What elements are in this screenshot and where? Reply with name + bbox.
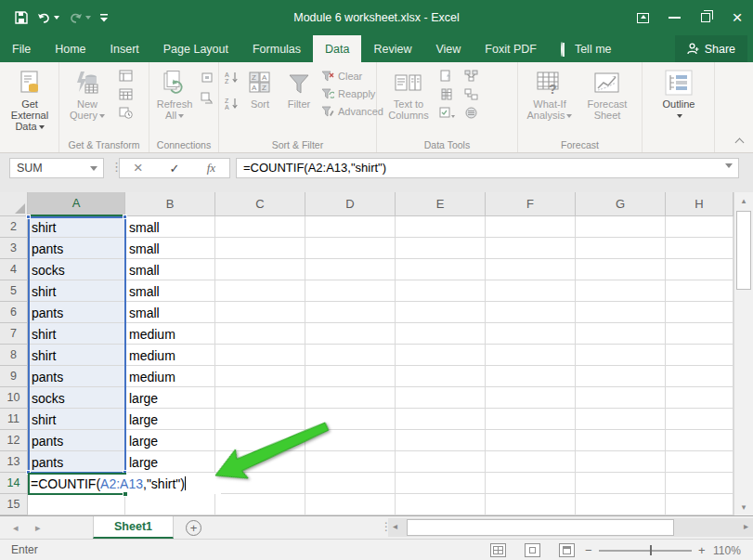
restore-icon[interactable] — [690, 0, 721, 35]
clear-button[interactable]: Clear — [321, 71, 362, 82]
cell-E10[interactable] — [396, 387, 486, 409]
tab-view[interactable]: View — [423, 35, 473, 62]
tab-formulas[interactable]: Formulas — [240, 35, 313, 62]
cell-H6[interactable] — [666, 302, 734, 323]
tab-foxit-pdf[interactable]: Foxit PDF — [473, 35, 549, 62]
close-icon[interactable]: × — [721, 0, 753, 35]
cell-E12[interactable] — [396, 430, 486, 451]
forecast-sheet-button[interactable]: Forecast Sheet — [581, 68, 633, 121]
cell-G2[interactable] — [576, 216, 666, 238]
cell-A9[interactable]: pants — [28, 366, 125, 387]
expand-formula-bar-icon[interactable] — [725, 163, 733, 168]
sheet-tab-sheet1[interactable]: Sheet1 — [93, 516, 174, 539]
row-header-2[interactable]: 2 — [0, 216, 28, 238]
name-box[interactable]: SUM — [9, 158, 104, 178]
row-header-3[interactable]: 3 — [0, 238, 28, 259]
cell-A2[interactable]: shirt — [28, 216, 125, 238]
filter-button[interactable]: Filter — [280, 68, 318, 110]
cell-C8[interactable] — [215, 345, 305, 366]
cell-D15[interactable] — [305, 494, 396, 515]
cell-E5[interactable] — [396, 280, 486, 302]
outline-button[interactable]: Outline — [656, 68, 702, 121]
cell-B11[interactable]: large — [125, 409, 215, 430]
new-query-button[interactable]: New Query — [65, 68, 110, 121]
new-sheet-button[interactable]: + — [186, 520, 201, 536]
cell-edit-formula[interactable]: =COUNTIF(A2:A13,"shirt") — [31, 475, 186, 493]
cell-H7[interactable] — [666, 323, 734, 345]
cell-D11[interactable] — [305, 409, 396, 430]
cell-H5[interactable] — [666, 280, 734, 302]
zoom-slider-track[interactable] — [599, 550, 692, 552]
cell-F10[interactable] — [486, 387, 576, 409]
page-layout-view-icon[interactable] — [525, 543, 540, 557]
flash-fill-icon[interactable] — [438, 68, 456, 83]
row-header-4[interactable]: 4 — [0, 259, 28, 280]
cell-G9[interactable] — [576, 366, 666, 387]
zoom-in-icon[interactable]: + — [698, 543, 706, 557]
cell-E2[interactable] — [396, 216, 486, 238]
scroll-left-icon[interactable]: ◂ — [393, 521, 397, 531]
cell-C7[interactable] — [215, 323, 305, 345]
cell-A15[interactable] — [28, 494, 125, 515]
cell-H8[interactable] — [666, 345, 734, 366]
cell-A5[interactable]: shirt — [28, 280, 125, 302]
cell-F9[interactable] — [486, 366, 576, 387]
cell-G6[interactable] — [576, 302, 666, 323]
cell-B7[interactable]: medium — [125, 323, 215, 345]
cell-C10[interactable] — [215, 387, 305, 409]
what-if-analysis-button[interactable]: ? What-If Analysis — [524, 68, 576, 121]
scroll-down-icon[interactable]: ▾ — [734, 499, 753, 515]
cell-H3[interactable] — [666, 238, 734, 259]
cell-F2[interactable] — [486, 216, 576, 238]
save-icon[interactable] — [15, 11, 28, 24]
cell-C12[interactable] — [215, 430, 305, 451]
cell-G13[interactable] — [576, 451, 666, 473]
cell-C5[interactable] — [215, 280, 305, 302]
cell-E4[interactable] — [396, 259, 486, 280]
cell-C9[interactable] — [215, 366, 305, 387]
cell-G7[interactable] — [576, 323, 666, 345]
from-table-icon[interactable] — [117, 86, 135, 101]
column-header-A[interactable]: A — [28, 192, 125, 216]
cell-H11[interactable] — [666, 409, 734, 430]
cell-E14[interactable] — [396, 473, 486, 494]
cell-D10[interactable] — [305, 387, 396, 409]
column-header-F[interactable]: F — [486, 192, 576, 216]
cell-G4[interactable] — [576, 259, 666, 280]
column-header-C[interactable]: C — [215, 192, 305, 216]
cell-E9[interactable] — [396, 366, 486, 387]
manage-data-model-icon[interactable] — [462, 105, 480, 120]
cell-A8[interactable]: shirt — [28, 345, 125, 366]
cell-C4[interactable] — [215, 259, 305, 280]
cell-G8[interactable] — [576, 345, 666, 366]
cell-E11[interactable] — [396, 409, 486, 430]
cell-H15[interactable] — [666, 494, 734, 515]
zoom-out-icon[interactable]: − — [585, 543, 592, 557]
column-header-D[interactable]: D — [305, 192, 396, 216]
tab-file[interactable]: File — [0, 35, 43, 62]
sheet-nav-next-icon[interactable]: ▸ — [35, 522, 41, 534]
column-header-E[interactable]: E — [396, 192, 486, 216]
cell-F14[interactable] — [486, 473, 576, 494]
cell-G5[interactable] — [576, 280, 666, 302]
cell-C3[interactable] — [215, 238, 305, 259]
data-validation-icon[interactable] — [438, 105, 456, 120]
cell-A6[interactable]: pants — [28, 302, 125, 323]
horizontal-scroll-thumb[interactable] — [407, 519, 674, 536]
tab-page-layout[interactable]: Page Layout — [151, 35, 240, 62]
cell-A4[interactable]: socks — [28, 259, 125, 280]
cell-F13[interactable] — [486, 451, 576, 473]
name-box-dropdown-icon[interactable] — [90, 166, 97, 171]
cell-B2[interactable]: small — [125, 216, 215, 238]
tab-insert[interactable]: Insert — [98, 35, 151, 62]
advanced-button[interactable]: Advanced — [321, 106, 383, 117]
refresh-all-button[interactable]: Refresh All — [153, 68, 196, 121]
column-header-G[interactable]: G — [576, 192, 666, 216]
recent-sources-icon[interactable] — [117, 105, 135, 120]
cell-F7[interactable] — [486, 323, 576, 345]
collapse-ribbon-icon[interactable] — [736, 137, 744, 145]
cell-B5[interactable]: small — [125, 280, 215, 302]
row-header-10[interactable]: 10 — [0, 387, 28, 409]
cell-B9[interactable]: medium — [125, 366, 215, 387]
select-all-corner[interactable] — [0, 192, 28, 216]
